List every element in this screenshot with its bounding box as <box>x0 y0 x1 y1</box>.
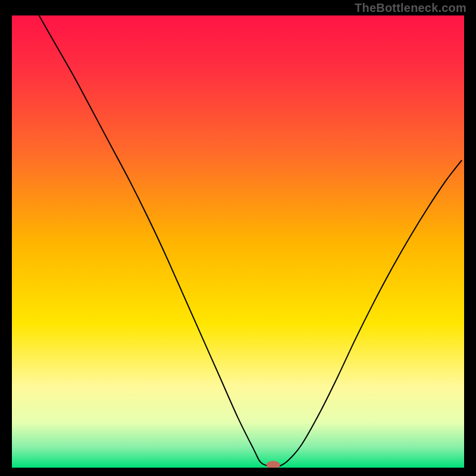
gradient-background <box>12 15 464 468</box>
watermark-text: TheBottleneck.com <box>355 1 466 15</box>
plot-area <box>12 15 464 468</box>
chart-frame: TheBottleneck.com <box>0 0 476 476</box>
bottleneck-chart <box>12 15 464 468</box>
